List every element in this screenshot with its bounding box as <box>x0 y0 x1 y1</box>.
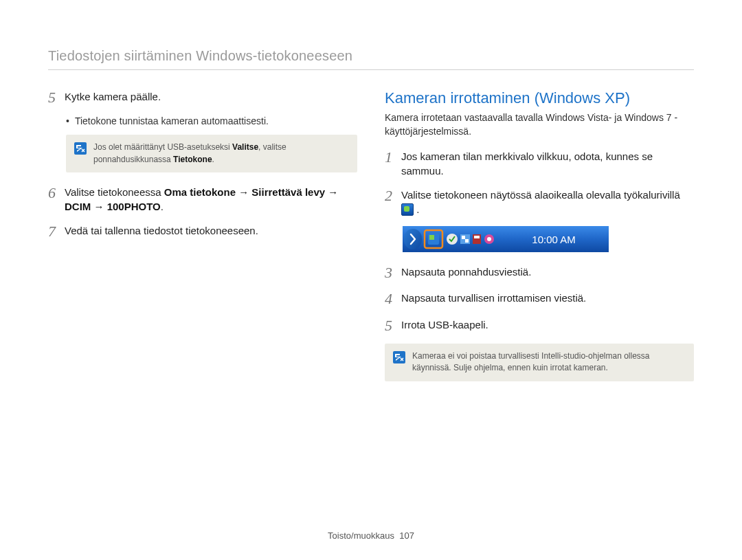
step-text: Jos kameran tilan merkkivalo vilkkuu, od… <box>401 149 694 178</box>
section-subtext: Kamera irrotetaan vastaavalla tavalla Wi… <box>385 111 694 138</box>
svg-point-13 <box>487 237 491 241</box>
step-number: 2 <box>385 188 401 204</box>
step-7: 7 Vedä tai tallenna tiedostot tietokonee… <box>48 223 357 240</box>
taskbar-tray-image: 10:00 AM <box>403 226 694 252</box>
step-1-right: 1 Jos kameran tilan merkkivalo vilkkuu, … <box>385 149 694 178</box>
footer-page: 107 <box>399 530 414 541</box>
step-number: 5 <box>48 89 65 106</box>
step-number: 3 <box>385 265 401 281</box>
step-6: 6 Valitse tietokoneessa Oma tietokone → … <box>48 185 357 214</box>
taskbar-svg: 10:00 AM <box>403 226 609 252</box>
left-column: 5 Kytke kamera päälle. • Tietokone tunni… <box>48 89 357 394</box>
step-text: Vedä tai tallenna tiedostot tietokoneese… <box>65 223 258 238</box>
svg-rect-8 <box>462 236 465 239</box>
step-5-right: 5 Irrota USB-kaapeli. <box>385 317 694 334</box>
svg-rect-11 <box>474 236 480 238</box>
svg-rect-2 <box>404 229 422 249</box>
safely-remove-icon <box>401 203 414 216</box>
step-number: 1 <box>385 149 401 166</box>
note-box-left: Jos olet määrittänyt USB-asetukseksi Val… <box>66 135 357 172</box>
note-box-right: Kameraa ei voi poistaa turvallisesti Int… <box>385 344 694 381</box>
step-5-bullet: • Tietokone tunnistaa kameran automaatti… <box>66 115 357 126</box>
step-text: Irrota USB-kaapeli. <box>401 317 488 332</box>
page-footer: Toisto/muokkaus 107 <box>0 530 742 541</box>
step-number: 5 <box>385 317 401 334</box>
step-number: 4 <box>385 291 401 307</box>
step-text: Kytke kamera päälle. <box>65 89 161 104</box>
step-text: Valitse tietokoneen näytössä alaoikealla… <box>401 188 694 216</box>
note-icon <box>74 142 87 155</box>
step-number: 7 <box>48 223 65 240</box>
tray-time: 10:00 AM <box>532 234 575 245</box>
divider <box>48 69 694 70</box>
step-text: Valitse tietokoneessa Oma tietokone → Si… <box>65 185 357 214</box>
note-text: Kameraa ei voi poistaa turvallisesti Int… <box>412 350 686 374</box>
two-column-layout: 5 Kytke kamera päälle. • Tietokone tunni… <box>48 89 694 394</box>
step-5: 5 Kytke kamera päälle. <box>48 89 357 106</box>
right-column: Kameran irrottaminen (Windows XP) Kamera… <box>385 89 694 394</box>
step-number: 6 <box>48 185 65 201</box>
note-text: Jos olet määrittänyt USB-asetukseksi Val… <box>93 142 349 166</box>
footer-section: Toisto/muokkaus <box>328 530 394 541</box>
bullet-dot: • <box>66 115 69 126</box>
section-heading: Kameran irrottaminen (Windows XP) <box>385 89 694 107</box>
svg-rect-9 <box>465 239 469 243</box>
manual-page: Tiedostojen siirtäminen Windows-tietokon… <box>0 0 742 560</box>
page-title: Tiedostojen siirtäminen Windows-tietokon… <box>48 48 694 64</box>
step-text: Napsauta turvallisen irrottamisen viesti… <box>401 291 586 305</box>
step-3-right: 3 Napsauta ponnahdusviestiä. <box>385 265 694 281</box>
step-2-right: 2 Valitse tietokoneen näytössä alaoikeal… <box>385 188 694 216</box>
bullet-text: Tietokone tunnistaa kameran automaattise… <box>75 115 269 126</box>
svg-rect-5 <box>429 235 434 240</box>
step-text: Napsauta ponnahdusviestiä. <box>401 265 531 279</box>
note-icon <box>393 351 405 363</box>
step-4-right: 4 Napsauta turvallisen irrottamisen vies… <box>385 291 694 307</box>
